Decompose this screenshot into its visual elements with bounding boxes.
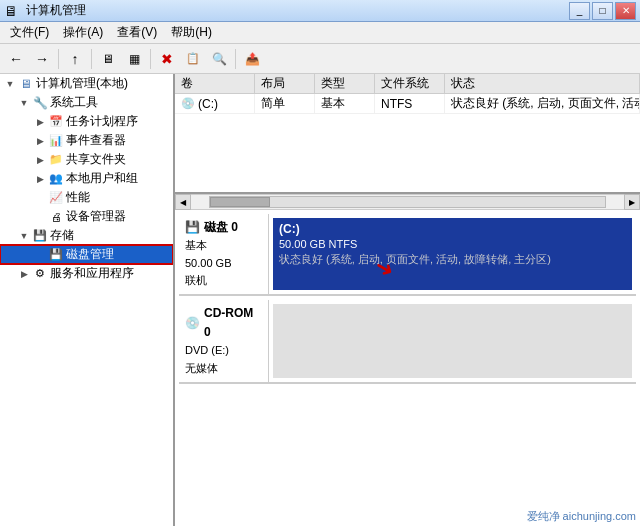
task-label: 任务计划程序 [66,113,138,130]
disk-0-size: 50.00 GB [185,255,262,273]
right-panel: 卷 布局 类型 文件系统 状态 💿 (C:) 简单 基本 NTFS 状态良好 (… [175,74,640,526]
forward-button[interactable]: → [30,47,54,71]
services-icon: ⚙ [32,266,48,282]
scroll-track[interactable] [209,196,606,208]
event-icon: 📊 [48,133,64,149]
services-expander[interactable]: ▶ [16,266,32,282]
back-button[interactable]: ← [4,47,28,71]
cell-status: 状态良好 (系统, 启动, 页面文件, 活动, 故障转储 [445,94,640,113]
event-label: 事件查看器 [66,132,126,149]
up-button[interactable]: ↑ [63,47,87,71]
tree-local-users[interactable]: ▶ 👥 本地用户和组 [0,169,173,188]
tree-root-label: 计算机管理(本地) [36,75,128,92]
system-tools-label: 系统工具 [50,94,98,111]
menu-view[interactable]: 查看(V) [111,22,163,43]
col-volume[interactable]: 卷 [175,74,255,93]
help-button[interactable]: 🔍 [207,47,231,71]
storage-label: 存储 [50,227,74,244]
disk-0-partitions: (C:) 50.00 GB NTFS 状态良好 (系统, 启动, 页面文件, 活… [269,214,636,294]
properties-button[interactable]: 📋 [181,47,205,71]
disk-0-type: 基本 [185,237,262,255]
task-icon: 📅 [48,114,64,130]
disk-mgmt-label: 磁盘管理 [66,246,114,263]
tree-task-scheduler[interactable]: ▶ 📅 任务计划程序 [0,112,173,131]
cdrom-0-type: DVD (E:) [185,342,262,360]
tree-storage[interactable]: ▼ 💾 存储 [0,226,173,245]
tree-shared-folders[interactable]: ▶ 📁 共享文件夹 [0,150,173,169]
minimize-button[interactable]: _ [569,2,590,20]
app-icon: 🖥 [4,3,18,19]
system-tools-expander[interactable]: ▼ [16,95,32,111]
perf-label: 性能 [66,189,90,206]
delete-button[interactable]: ✖ [155,47,179,71]
cdrom-0-name: 💿 CD-ROM 0 [185,304,262,342]
tree-root[interactable]: ▼ 🖥 计算机管理(本地) [0,74,173,93]
horizontal-scrollbar[interactable]: ◀ ▶ [175,194,640,210]
scroll-thumb[interactable] [210,197,270,207]
separator-3 [150,49,151,69]
tree-disk-management[interactable]: 💾 磁盘管理 [0,245,173,264]
col-layout[interactable]: 布局 [255,74,315,93]
window-controls: _ □ ✕ [569,2,636,20]
separator-2 [91,49,92,69]
disk-0-status: 联机 [185,272,262,290]
tree-device-manager[interactable]: 🖨 设备管理器 [0,207,173,226]
storage-expander[interactable]: ▼ [16,228,32,244]
cdrom-partition-block[interactable] [273,304,632,378]
tree-system-tools[interactable]: ▼ 🔧 系统工具 [0,93,173,112]
cdrom-0-partitions [269,300,636,382]
menu-help[interactable]: 帮助(H) [165,22,218,43]
cdrom-0-info: 💿 CD-ROM 0 DVD (E:) 无媒体 [179,300,269,382]
device-label: 设备管理器 [66,208,126,225]
scroll-right-btn[interactable]: ▶ [624,194,640,210]
shared-label: 共享文件夹 [66,151,126,168]
menu-action[interactable]: 操作(A) [57,22,109,43]
title-bar: 🖥 计算机管理 _ □ ✕ [0,0,640,22]
shared-expander[interactable]: ▶ [32,152,48,168]
computer-icon: 🖥 [18,76,34,92]
list-header: 卷 布局 类型 文件系统 状态 [175,74,640,94]
cdrom-0-icon: 💿 [185,314,200,333]
tree-panel: ▼ 🖥 计算机管理(本地) ▼ 🔧 系统工具 ▶ 📅 任务计划程序 ▶ 📊 事件… [0,74,175,526]
perf-expander[interactable] [32,190,48,206]
partition-c-label: (C:) [279,222,626,236]
device-icon: 🖨 [48,209,64,225]
close-button[interactable]: ✕ [615,2,636,20]
root-expander[interactable]: ▼ [2,76,18,92]
cell-layout: 简单 [255,94,315,113]
scroll-left-btn[interactable]: ◀ [175,194,191,210]
list-view: 卷 布局 类型 文件系统 状态 💿 (C:) 简单 基本 NTFS 状态良好 (… [175,74,640,194]
window-title: 计算机管理 [22,2,569,19]
new-window-button[interactable]: 🖥 [96,47,120,71]
users-expander[interactable]: ▶ [32,171,48,187]
toolbar: ← → ↑ 🖥 ▦ ✖ 📋 🔍 📤 [0,44,640,74]
device-expander[interactable] [32,209,48,225]
col-type[interactable]: 类型 [315,74,375,93]
disk-expander[interactable] [32,247,48,263]
tree-services[interactable]: ▶ ⚙ 服务和应用程序 [0,264,173,283]
export-button[interactable]: 📤 [240,47,264,71]
menu-file[interactable]: 文件(F) [4,22,55,43]
disk-0-partition-c[interactable]: (C:) 50.00 GB NTFS 状态良好 (系统, 启动, 页面文件, 活… [273,218,632,290]
maximize-button[interactable]: □ [592,2,613,20]
cell-type: 基本 [315,94,375,113]
disk-0-name: 💾 磁盘 0 [185,218,262,237]
main-content: ▼ 🖥 计算机管理(本地) ▼ 🔧 系统工具 ▶ 📅 任务计划程序 ▶ 📊 事件… [0,74,640,526]
perf-icon: 📈 [48,190,64,206]
disk-0-icon: 💾 [185,218,200,237]
event-expander[interactable]: ▶ [32,133,48,149]
services-label: 服务和应用程序 [50,265,134,282]
task-expander[interactable]: ▶ [32,114,48,130]
col-status[interactable]: 状态 [445,74,640,93]
tree-performance[interactable]: 📈 性能 [0,188,173,207]
col-filesystem[interactable]: 文件系统 [375,74,445,93]
users-label: 本地用户和组 [66,170,138,187]
tree-event-viewer[interactable]: ▶ 📊 事件查看器 [0,131,173,150]
show-hide-button[interactable]: ▦ [122,47,146,71]
disk-0-info: 💾 磁盘 0 基本 50.00 GB 联机 [179,214,269,294]
table-row[interactable]: 💿 (C:) 简单 基本 NTFS 状态良好 (系统, 启动, 页面文件, 活动… [175,94,640,114]
disk-mgmt-icon: 💾 [48,247,64,263]
cell-volume: 💿 (C:) [175,94,255,113]
cell-filesystem: NTFS [375,94,445,113]
separator-1 [58,49,59,69]
